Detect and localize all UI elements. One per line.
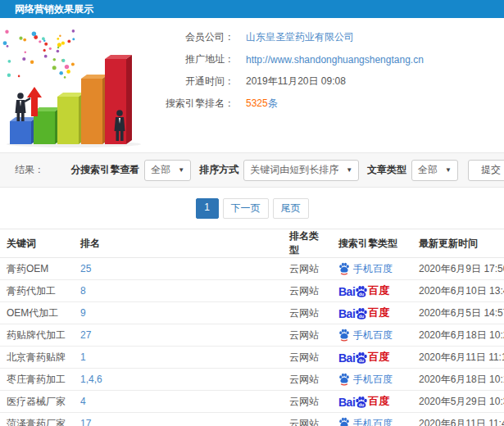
info-section: 会员公司：山东皇圣堂药业有限公司推广地址：http://www.shandong… [0,25,504,149]
col-header-rank-type: 排名类型 [283,229,332,258]
rank-link[interactable]: 27 [80,329,91,341]
col-header-updated: 最新更新时间 [412,229,504,258]
baidu-paw-icon: du [355,285,368,298]
updated-cell: 2020年6月11日 11:18 [412,347,504,369]
svg-text:du: du [359,314,365,319]
sort-filter-value: 关键词由短到长排序 [250,163,338,177]
confetti-dots [3,29,75,79]
article-type-value: 全部 [418,163,438,177]
info-row-open-time: 开通时间：2019年11月20日 09:08 [152,70,504,93]
table-row: 膏药OEM25云网站 手机百度2020年6月9日 17:50 [0,258,504,280]
rank-link[interactable]: 17 [80,418,91,426]
rank-cell: 1 [74,347,283,369]
page-button-next[interactable]: 下一页 [223,198,269,219]
keyword-cell: 膏药代加工 [0,280,74,302]
svg-text:du: du [359,292,365,297]
baidu-logo: Bai du 百度 [338,306,406,320]
engine-type-cell: Bai du 百度 [332,280,412,302]
mobile-baidu-badge: 手机百度 [338,329,406,342]
page-button-current[interactable]: 1 [196,198,219,219]
open-time-value: 2019年11月20日 09:08 [246,75,346,88]
baidu-paw-icon: du [355,351,368,365]
rank-type-cell: 云网站 [283,391,332,413]
open-time-label: 开通时间： [152,75,234,88]
rank-type-cell: 云网站 [283,347,332,369]
rank-cell: 25 [74,258,283,280]
bar-3d [57,93,84,144]
updated-cell: 2020年5月29日 10:32 [412,391,504,413]
keyword-cell: OEM代加工 [0,302,74,324]
article-type-label: 文章类型 [367,163,406,177]
updated-cell: 2020年6月5日 14:57 [412,302,504,324]
keyword-cell: 菏泽膏药厂家 [0,413,74,426]
submit-button[interactable]: 提交 [468,160,504,181]
sort-filter-label: 排序方式 [199,163,238,177]
result-label: 结果： [15,163,44,177]
page-title: 网络营销效果展示 [15,3,93,15]
keyword-cell: 药贴牌代加工 [0,324,74,347]
info-row-member-company: 会员公司：山东皇圣堂药业有限公司 [152,26,504,48]
member-company-label: 会员公司： [152,30,234,44]
table-row: 菏泽膏药厂家17云网站 手机百度2020年6月11日 11:40 [0,413,504,426]
table-header-row: 关键词 排名 排名类型 搜索引擎类型 最新更新时间 [0,229,504,258]
bar-3d [81,75,108,144]
rank-type-cell: 云网站 [283,413,332,426]
member-company-value[interactable]: 山东皇圣堂药业有限公司 [246,30,354,44]
engine-filter-value: 全部 [151,163,170,177]
article-type-select[interactable]: 全部 ▼ [411,160,458,181]
info-row-promo-url: 推广地址：http://www.shandonghuangshengtang.c… [152,48,504,70]
rank-cell: 4 [74,391,283,413]
engine-type-cell: 手机百度 [332,369,412,391]
rank-link[interactable]: 9 [80,307,86,319]
rank-link[interactable]: 1 [80,351,86,363]
marketing-report-page: 网络营销效果展示 [0,0,504,426]
rank-type-cell: 云网站 [283,369,332,391]
rank-type-cell: 云网站 [283,280,332,302]
rank-type-cell: 云网站 [283,324,332,347]
promo-url-label: 推广地址： [152,52,234,66]
rank-link[interactable]: 8 [80,285,86,297]
results-table: 关键词 排名 排名类型 搜索引擎类型 最新更新时间 膏药OEM25云网站 手机百… [0,229,504,426]
col-header-engine-type: 搜索引擎类型 [332,229,412,258]
table-row: 枣庄膏药加工1,4,6云网站 手机百度2020年6月18日 10:19 [0,369,504,391]
rank-cell: 27 [74,324,283,347]
keyword-cell: 膏药OEM [0,258,74,280]
sort-filter-select[interactable]: 关键词由短到长排序 ▼ [243,160,359,181]
filter-controls: 分搜索引擎查看 全部 ▼ 排序方式 关键词由短到长排序 ▼ 文章类型 全部 ▼ … [62,160,504,181]
updated-cell: 2020年6月18日 10:19 [412,369,504,391]
chevron-down-icon: ▼ [445,166,452,174]
engine-type-cell: Bai du 百度 [332,347,412,369]
seo-rank-count-label: 搜索引擎排名： [152,97,234,111]
bar-chart-graphic [0,25,152,147]
seo-rank-count-value: 5325条 [246,97,278,111]
table-row: 膏药代加工8云网站Bai du 百度2020年6月10日 13:40 [0,280,504,302]
rank-cell: 9 [74,302,283,324]
rank-link[interactable]: 4 [80,396,86,407]
mobile-baidu-icon [338,373,350,386]
titlebar: 网络营销效果展示 [0,0,504,18]
rank-link[interactable]: 1,4,6 [80,374,102,385]
table-row: OEM代加工9云网站Bai du 百度2020年6月5日 14:57 [0,302,504,324]
keyword-cell: 医疗器械厂家 [0,391,74,413]
pagination: 1 下一页 尾页 [0,198,504,219]
table-row: 药贴牌代加工27云网站 手机百度2020年6月18日 10:25 [0,324,504,347]
mobile-baidu-icon [338,329,350,342]
col-header-keyword: 关键词 [0,229,74,258]
page-button-last[interactable]: 尾页 [273,198,309,219]
company-info-list: 会员公司：山东皇圣堂药业有限公司推广地址：http://www.shandong… [152,25,504,149]
baidu-logo: Bai du 百度 [338,350,406,365]
engine-type-cell: Bai du 百度 [332,391,412,413]
info-row-seo-rank-count: 搜索引擎排名：5325条 [152,93,504,115]
promo-url-value[interactable]: http://www.shandonghuangshengtang.cn [246,54,424,66]
chevron-down-icon: ▼ [178,166,184,174]
keyword-cell: 枣庄膏药加工 [0,369,74,391]
baidu-logo: Bai du 百度 [338,394,406,409]
engine-type-cell: 手机百度 [332,324,412,347]
updated-cell: 2020年6月11日 11:40 [412,413,504,426]
rank-type-cell: 云网站 [283,258,332,280]
chevron-down-icon: ▼ [346,166,352,174]
svg-text:du: du [359,358,365,363]
rank-link[interactable]: 25 [80,263,91,274]
mobile-baidu-badge: 手机百度 [338,262,406,276]
engine-filter-select[interactable]: 全部 ▼ [144,160,191,181]
